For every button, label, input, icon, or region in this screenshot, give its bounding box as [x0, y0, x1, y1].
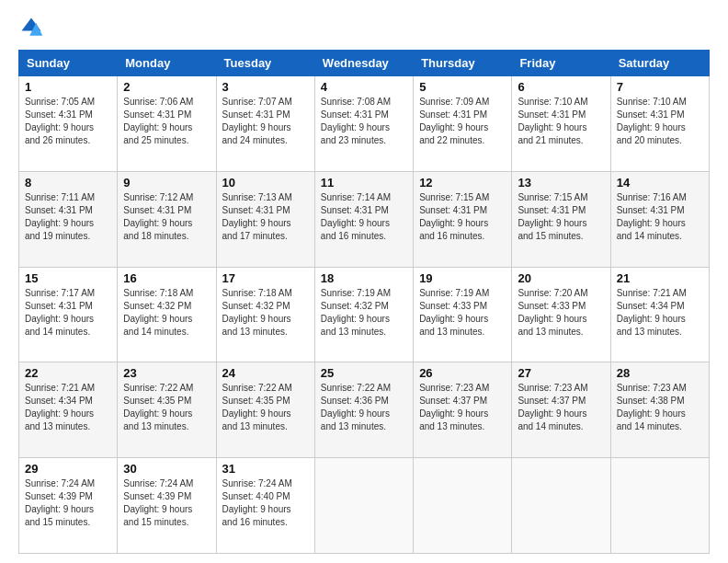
- day-number: 15: [25, 271, 111, 285]
- day-info: Sunrise: 7:18 AMSunset: 4:32 PMDaylight:…: [123, 288, 193, 337]
- day-info: Sunrise: 7:21 AMSunset: 4:34 PMDaylight:…: [617, 288, 687, 337]
- day-number: 29: [25, 462, 111, 476]
- logo-icon: [18, 15, 44, 40]
- day-number: 23: [123, 366, 210, 380]
- day-cell-20: 20Sunrise: 7:20 AMSunset: 4:33 PMDayligh…: [512, 267, 610, 362]
- day-cell-14: 14Sunrise: 7:16 AMSunset: 4:31 PMDayligh…: [610, 171, 709, 267]
- day-cell-12: 12Sunrise: 7:15 AMSunset: 4:31 PMDayligh…: [414, 171, 512, 267]
- day-number: 6: [518, 80, 604, 94]
- day-info: Sunrise: 7:10 AMSunset: 4:31 PMDaylight:…: [617, 97, 687, 145]
- day-number: 21: [617, 271, 703, 285]
- day-info: Sunrise: 7:17 AMSunset: 4:31 PMDaylight:…: [25, 288, 95, 337]
- weekday-header-sunday: Sunday: [19, 51, 118, 76]
- day-info: Sunrise: 7:08 AMSunset: 4:31 PMDaylight:…: [321, 97, 391, 145]
- day-info: Sunrise: 7:24 AMSunset: 4:39 PMDaylight:…: [25, 478, 95, 527]
- week-row-4: 22Sunrise: 7:21 AMSunset: 4:34 PMDayligh…: [19, 362, 710, 458]
- day-info: Sunrise: 7:19 AMSunset: 4:32 PMDaylight:…: [321, 288, 391, 337]
- week-row-1: 1Sunrise: 7:05 AMSunset: 4:31 PMDaylight…: [19, 76, 710, 172]
- day-number: 22: [25, 366, 111, 380]
- day-cell-18: 18Sunrise: 7:19 AMSunset: 4:32 PMDayligh…: [314, 267, 413, 362]
- week-row-5: 29Sunrise: 7:24 AMSunset: 4:39 PMDayligh…: [19, 458, 710, 554]
- day-number: 4: [321, 80, 407, 94]
- day-info: Sunrise: 7:19 AMSunset: 4:33 PMDaylight:…: [419, 288, 489, 337]
- day-info: Sunrise: 7:05 AMSunset: 4:31 PMDaylight:…: [25, 97, 95, 145]
- day-info: Sunrise: 7:24 AMSunset: 4:40 PMDaylight:…: [222, 478, 292, 527]
- day-number: 14: [617, 176, 703, 190]
- day-info: Sunrise: 7:15 AMSunset: 4:31 PMDaylight:…: [518, 192, 587, 241]
- calendar-table: SundayMondayTuesdayWednesdayThursdayFrid…: [18, 50, 710, 554]
- day-number: 11: [321, 176, 407, 190]
- day-cell-16: 16Sunrise: 7:18 AMSunset: 4:32 PMDayligh…: [118, 267, 216, 362]
- day-info: Sunrise: 7:20 AMSunset: 4:33 PMDaylight:…: [518, 288, 587, 337]
- day-cell-4: 4Sunrise: 7:08 AMSunset: 4:31 PMDaylight…: [314, 76, 413, 172]
- day-info: Sunrise: 7:18 AMSunset: 4:32 PMDaylight:…: [222, 288, 292, 337]
- week-row-2: 8Sunrise: 7:11 AMSunset: 4:31 PMDaylight…: [19, 171, 710, 267]
- weekday-header-thursday: Thursday: [414, 51, 512, 76]
- day-number: 12: [419, 176, 506, 190]
- day-cell-3: 3Sunrise: 7:07 AMSunset: 4:31 PMDaylight…: [216, 76, 314, 172]
- empty-cell: [610, 458, 709, 554]
- day-cell-28: 28Sunrise: 7:23 AMSunset: 4:38 PMDayligh…: [610, 362, 709, 458]
- day-info: Sunrise: 7:15 AMSunset: 4:31 PMDaylight:…: [419, 192, 489, 241]
- day-number: 7: [617, 80, 703, 94]
- day-info: Sunrise: 7:06 AMSunset: 4:31 PMDaylight:…: [123, 97, 193, 145]
- day-cell-13: 13Sunrise: 7:15 AMSunset: 4:31 PMDayligh…: [512, 171, 610, 267]
- day-cell-29: 29Sunrise: 7:24 AMSunset: 4:39 PMDayligh…: [19, 458, 118, 554]
- day-info: Sunrise: 7:16 AMSunset: 4:31 PMDaylight:…: [617, 192, 687, 241]
- day-cell-30: 30Sunrise: 7:24 AMSunset: 4:39 PMDayligh…: [118, 458, 216, 554]
- day-cell-22: 22Sunrise: 7:21 AMSunset: 4:34 PMDayligh…: [19, 362, 118, 458]
- day-info: Sunrise: 7:14 AMSunset: 4:31 PMDaylight:…: [321, 192, 391, 241]
- day-cell-6: 6Sunrise: 7:10 AMSunset: 4:31 PMDaylight…: [512, 76, 610, 172]
- day-info: Sunrise: 7:09 AMSunset: 4:31 PMDaylight:…: [419, 97, 489, 145]
- day-number: 17: [222, 271, 309, 285]
- day-info: Sunrise: 7:22 AMSunset: 4:36 PMDaylight:…: [321, 383, 391, 431]
- day-cell-27: 27Sunrise: 7:23 AMSunset: 4:37 PMDayligh…: [512, 362, 610, 458]
- day-info: Sunrise: 7:22 AMSunset: 4:35 PMDaylight:…: [222, 383, 292, 431]
- day-number: 26: [419, 366, 506, 380]
- day-number: 19: [419, 271, 506, 285]
- logo: [18, 15, 48, 40]
- day-cell-19: 19Sunrise: 7:19 AMSunset: 4:33 PMDayligh…: [414, 267, 512, 362]
- day-cell-8: 8Sunrise: 7:11 AMSunset: 4:31 PMDaylight…: [19, 171, 118, 267]
- day-number: 18: [321, 271, 407, 285]
- day-info: Sunrise: 7:22 AMSunset: 4:35 PMDaylight:…: [123, 383, 193, 431]
- week-row-3: 15Sunrise: 7:17 AMSunset: 4:31 PMDayligh…: [19, 267, 710, 362]
- day-cell-9: 9Sunrise: 7:12 AMSunset: 4:31 PMDaylight…: [118, 171, 216, 267]
- day-info: Sunrise: 7:23 AMSunset: 4:38 PMDaylight:…: [617, 383, 687, 431]
- day-info: Sunrise: 7:23 AMSunset: 4:37 PMDaylight:…: [518, 383, 587, 431]
- day-info: Sunrise: 7:11 AMSunset: 4:31 PMDaylight:…: [25, 192, 95, 241]
- day-cell-7: 7Sunrise: 7:10 AMSunset: 4:31 PMDaylight…: [610, 76, 709, 172]
- day-cell-25: 25Sunrise: 7:22 AMSunset: 4:36 PMDayligh…: [314, 362, 413, 458]
- day-cell-21: 21Sunrise: 7:21 AMSunset: 4:34 PMDayligh…: [610, 267, 709, 362]
- day-number: 31: [222, 462, 309, 476]
- day-info: Sunrise: 7:10 AMSunset: 4:31 PMDaylight:…: [518, 97, 587, 145]
- day-number: 3: [222, 80, 309, 94]
- day-cell-5: 5Sunrise: 7:09 AMSunset: 4:31 PMDaylight…: [414, 76, 512, 172]
- weekday-header-friday: Friday: [512, 51, 610, 76]
- day-number: 10: [222, 176, 309, 190]
- day-info: Sunrise: 7:24 AMSunset: 4:39 PMDaylight:…: [123, 478, 193, 527]
- weekday-header-monday: Monday: [118, 51, 216, 76]
- header: [18, 15, 710, 40]
- day-cell-11: 11Sunrise: 7:14 AMSunset: 4:31 PMDayligh…: [314, 171, 413, 267]
- day-info: Sunrise: 7:07 AMSunset: 4:31 PMDaylight:…: [222, 97, 292, 145]
- day-info: Sunrise: 7:23 AMSunset: 4:37 PMDaylight:…: [419, 383, 489, 431]
- day-number: 8: [25, 176, 111, 190]
- day-number: 5: [419, 80, 506, 94]
- day-number: 24: [222, 366, 309, 380]
- day-number: 30: [123, 462, 210, 476]
- empty-cell: [314, 458, 413, 554]
- day-number: 2: [123, 80, 210, 94]
- day-number: 1: [25, 80, 111, 94]
- day-cell-10: 10Sunrise: 7:13 AMSunset: 4:31 PMDayligh…: [216, 171, 314, 267]
- calendar-page: SundayMondayTuesdayWednesdayThursdayFrid…: [0, 0, 728, 563]
- day-number: 16: [123, 271, 210, 285]
- day-info: Sunrise: 7:13 AMSunset: 4:31 PMDaylight:…: [222, 192, 292, 241]
- weekday-header-wednesday: Wednesday: [314, 51, 413, 76]
- day-cell-26: 26Sunrise: 7:23 AMSunset: 4:37 PMDayligh…: [414, 362, 512, 458]
- weekday-header-saturday: Saturday: [610, 51, 709, 76]
- day-number: 13: [518, 176, 604, 190]
- weekday-header-row: SundayMondayTuesdayWednesdayThursdayFrid…: [19, 51, 710, 76]
- weekday-header-tuesday: Tuesday: [216, 51, 314, 76]
- day-cell-23: 23Sunrise: 7:22 AMSunset: 4:35 PMDayligh…: [118, 362, 216, 458]
